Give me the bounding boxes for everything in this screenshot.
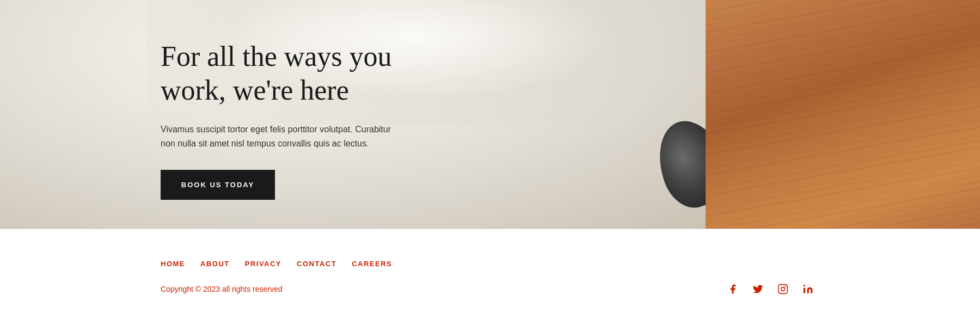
linkedin-icon[interactable] (802, 283, 814, 295)
footer-nav-about[interactable]: ABOUT (200, 260, 230, 268)
svg-rect-0 (779, 284, 788, 293)
hero-section: For all the ways you work, we're here Vi… (0, 0, 980, 229)
footer-bottom: Copyright © 2023 all rights reserved (161, 283, 819, 295)
footer-nav-home[interactable]: HOME (161, 260, 185, 268)
twitter-icon[interactable] (752, 283, 764, 295)
footer: HOME ABOUT PRIVACY CONTACT CAREERS Copyr… (0, 229, 980, 325)
hero-content: For all the ways you work, we're here Vi… (0, 0, 980, 229)
svg-point-4 (804, 284, 805, 286)
hero-subtitle: Vivamus suscipit tortor eget felis portt… (161, 122, 400, 150)
footer-nav-privacy[interactable]: PRIVACY (245, 260, 281, 268)
footer-nav: HOME ABOUT PRIVACY CONTACT CAREERS (161, 260, 819, 268)
footer-nav-careers[interactable]: CAREERS (352, 260, 392, 268)
footer-copyright: Copyright © 2023 all rights reserved (161, 285, 283, 293)
book-us-today-button[interactable]: BOOK US TODAY (161, 170, 275, 200)
instagram-icon[interactable] (777, 283, 789, 295)
hero-title: For all the ways you work, we're here (161, 40, 422, 108)
svg-rect-3 (804, 287, 805, 293)
svg-point-1 (781, 287, 785, 291)
facebook-icon[interactable] (727, 283, 739, 295)
svg-point-2 (785, 286, 786, 287)
footer-nav-contact[interactable]: CONTACT (297, 260, 336, 268)
footer-social (727, 283, 814, 295)
